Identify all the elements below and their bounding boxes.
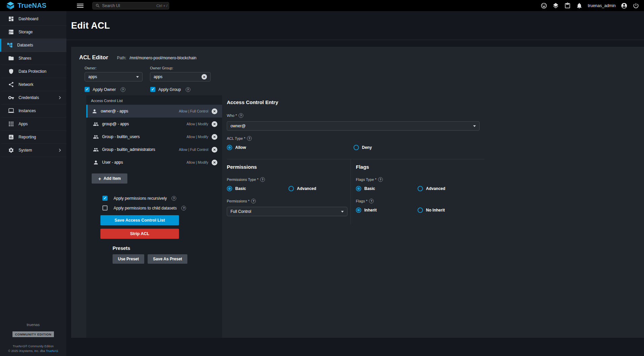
use-preset-button[interactable]: Use Preset	[113, 254, 144, 264]
permissions-type-label: Permissions Type * ?	[227, 177, 350, 182]
help-icon[interactable]: ?	[186, 87, 190, 92]
sidebar-item-dashboard[interactable]: Dashboard	[0, 12, 66, 26]
remove-entry-icon[interactable]: ✕	[212, 147, 217, 153]
search-input[interactable]	[102, 3, 154, 8]
hostname-label: truenas	[0, 323, 66, 327]
no-inherit-radio[interactable]: No Inherit	[418, 207, 479, 213]
sidebar: Dashboard Storage Datasets Shares Data P…	[0, 11, 66, 356]
sidebar-item-shares[interactable]: Shares	[0, 52, 66, 65]
search-icon	[95, 3, 100, 8]
apply-group-checkbox[interactable]: ✓ Apply Group ?	[150, 87, 636, 92]
who-select[interactable]: owner@	[227, 121, 480, 131]
remove-entry-icon[interactable]: ✕	[212, 160, 217, 165]
remove-entry-icon[interactable]: ✕	[212, 134, 217, 140]
key-icon	[8, 95, 14, 101]
user-icon	[92, 108, 97, 114]
acl-entry-row[interactable]: Group - builtin_administrators Allow | F…	[86, 143, 222, 156]
sidebar-item-label: Storage	[19, 30, 33, 34]
sidebar-item-apps[interactable]: Apps	[0, 118, 66, 131]
save-acl-button[interactable]: Save Access Control List	[100, 215, 179, 225]
radio-selected-icon	[227, 145, 232, 150]
permissions-select[interactable]: Full Control	[227, 207, 347, 216]
acl-entry-name: owner@ - apps	[101, 109, 176, 114]
allow-radio[interactable]: Allow	[227, 145, 354, 150]
sidebar-item-system[interactable]: System	[0, 144, 66, 157]
help-icon[interactable]: ?	[172, 196, 176, 201]
clear-owner-group-icon[interactable]: ✕	[202, 74, 207, 79]
sidebar-item-storage[interactable]: Storage	[0, 26, 66, 39]
recursive-checkbox[interactable]: ✓ Apply permissions recursively ?	[100, 196, 222, 201]
permissions-advanced-radio[interactable]: Advanced	[288, 186, 350, 191]
radio-unselected-icon	[354, 145, 359, 150]
chevron-right-icon	[57, 148, 62, 153]
menu-icon[interactable]	[77, 4, 84, 8]
permissions-basic-radio[interactable]: Basic	[227, 186, 288, 191]
radio-selected-icon	[356, 186, 361, 191]
help-icon[interactable]: ?	[121, 87, 125, 92]
add-item-button[interactable]: + Add Item	[92, 173, 127, 184]
inherit-radio[interactable]: Inherit	[356, 207, 418, 213]
flags-basic-radio[interactable]: Basic	[356, 186, 418, 191]
sidebar-item-credentials[interactable]: Credentials	[0, 91, 66, 104]
who-label: Who * ?	[227, 113, 644, 118]
help-icon[interactable]: ?	[378, 177, 383, 182]
acl-entry-row[interactable]: Group - builtin_users Allow | Modify ✕	[86, 130, 222, 143]
acl-entry-name: Group - builtin_administrators	[102, 147, 176, 152]
remove-entry-icon[interactable]: ✕	[212, 121, 217, 127]
permissions-label: Permissions * ?	[227, 199, 350, 203]
help-icon[interactable]: ?	[260, 177, 265, 182]
alerts-bell-icon[interactable]	[576, 2, 583, 9]
radio-unselected-icon	[418, 207, 423, 213]
sidebar-item-instances[interactable]: Instances	[0, 104, 66, 118]
truenas-logo[interactable]: TrueNAS	[0, 2, 77, 10]
acl-entry-permission: Allow | Modify	[186, 160, 208, 164]
sidebar-item-data-protection[interactable]: Data Protection	[0, 65, 66, 78]
chevron-down-icon	[136, 76, 139, 78]
group-icon	[93, 134, 99, 140]
who-select-value: owner@	[231, 124, 246, 128]
owner-select[interactable]: apps	[85, 72, 143, 82]
acl-entry-row[interactable]: owner@ - apps Allow | Full Control ✕	[86, 105, 222, 118]
owner-group-value: apps	[154, 74, 162, 79]
apply-owner-label: Apply Owner	[93, 87, 116, 92]
acl-entry-row[interactable]: group@ - apps Allow | Modify ✕	[86, 118, 222, 130]
flags-advanced-radio[interactable]: Advanced	[418, 186, 479, 191]
help-icon[interactable]: ?	[181, 206, 186, 211]
sidebar-item-label: Reporting	[19, 135, 36, 139]
help-icon[interactable]: ?	[239, 113, 243, 118]
strip-acl-button[interactable]: Strip ACL	[100, 229, 179, 239]
jobs-layers-icon[interactable]	[552, 2, 559, 9]
dataset-path: Path: /mnt/monero-pool/monero-blockchain	[117, 56, 196, 60]
sidebar-item-network[interactable]: Network	[0, 78, 66, 91]
feedback-smiley-icon[interactable]	[541, 2, 547, 9]
flags-label: Flags * ?	[356, 199, 485, 203]
acl-entry-permission: Allow | Full Control	[179, 109, 208, 113]
clipboard-icon[interactable]	[564, 2, 571, 9]
owner-group-input[interactable]: apps ✕	[150, 72, 211, 82]
sidebar-item-label: Network	[19, 82, 33, 87]
no-inherit-label: No Inherit	[426, 208, 445, 213]
brand-name: TrueNAS	[18, 2, 47, 9]
remove-entry-icon[interactable]: ✕	[212, 108, 217, 114]
username-label: truenas_admin	[588, 3, 616, 8]
help-icon[interactable]: ?	[247, 136, 252, 141]
user-account-icon[interactable]	[621, 2, 627, 9]
sidebar-item-reporting[interactable]: Reporting	[0, 131, 66, 144]
sidebar-item-datasets[interactable]: Datasets	[0, 39, 66, 52]
search-shortcut: Ctrl + /	[156, 4, 167, 8]
permissions-title: Permissions	[227, 164, 350, 170]
dashboard-icon	[8, 16, 14, 22]
acl-entry-row[interactable]: User - apps Allow | Modify ✕	[86, 156, 222, 169]
power-icon[interactable]	[633, 2, 639, 9]
flags-radio-group: Inherit No Inherit	[356, 207, 485, 213]
child-datasets-checkbox[interactable]: Apply permissions to child datasets ?	[100, 205, 222, 211]
deny-radio[interactable]: Deny	[354, 145, 480, 150]
apply-owner-checkbox[interactable]: ✓ Apply Owner ?	[85, 87, 150, 92]
acl-entry-permission: Allow | Full Control	[179, 148, 208, 152]
help-icon[interactable]: ?	[369, 199, 374, 203]
help-icon[interactable]: ?	[251, 199, 256, 203]
owner-select-value: apps	[88, 74, 97, 79]
sidebar-footer: truenas COMMUNITY EDITION TrueNAS® Commu…	[0, 323, 66, 354]
truenas-link[interactable]: TrueNAS	[46, 349, 58, 353]
save-as-preset-button[interactable]: Save As Preset	[148, 254, 187, 264]
